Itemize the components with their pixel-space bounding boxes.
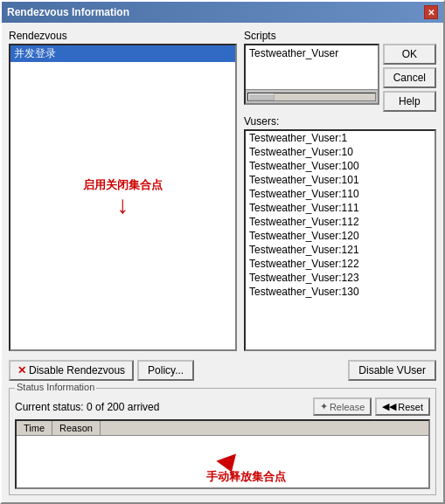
disable-rendezvous-label: Disable Rendezvous [29,364,125,376]
table-annotation: 手动释放集合点 [206,457,286,485]
rendezvous-item[interactable]: 并发登录 [10,45,235,62]
rendezvous-annotation-text: 启用关闭集合点 [83,177,163,193]
table-annotation-text: 手动释放集合点 [206,469,286,485]
list-item[interactable]: Testweather_Vuser:1 [246,131,435,145]
main-window: Rendezvous Information ✕ Rendezvous 并发登录… [0,0,445,504]
list-item[interactable]: Testweather_Vuser:112 [246,215,435,229]
col-reason: Reason [52,421,101,435]
list-item[interactable]: Testweather_Vuser:120 [246,229,435,243]
script-item[interactable]: Testweather_Vuser [249,47,374,59]
h-scroll-track[interactable] [247,93,376,101]
scripts-panel: Scripts Testweather_Vuser [244,30,436,112]
scripts-box: Testweather_Vuser [244,44,379,105]
table-header: Time Reason [17,421,428,436]
current-status-label: Current status: 0 of 200 arrived [15,401,159,413]
vusers-listbox[interactable]: Testweather_Vuser:1Testweather_Vuser:10T… [244,129,436,351]
col-time: Time [17,421,52,435]
status-actions: ✦ Release ◀◀ Reset [313,397,430,416]
scripts-label: Scripts [244,30,436,42]
rendezvous-panel: Rendezvous 并发登录 启用关闭集合点 ↓ [9,30,237,351]
bottom-buttons-row: ✕ Disable Rendezvous Policy... Disable V… [9,360,436,381]
policy-button[interactable]: Policy... [137,360,194,381]
vusers-label: Vusers: [244,115,436,128]
reset-button[interactable]: ◀◀ Reset [375,397,430,416]
release-button[interactable]: ✦ Release [313,397,372,416]
disable-rendezvous-button[interactable]: ✕ Disable Rendezvous [9,360,134,381]
list-item[interactable]: Testweather_Vuser:100 [246,159,435,173]
status-row: Current status: 0 of 200 arrived ✦ Relea… [15,397,430,416]
list-item[interactable]: Testweather_Vuser:130 [246,285,435,299]
cancel-button[interactable]: Cancel [383,67,436,88]
reset-icon: ◀◀ [382,401,396,412]
vusers-list[interactable]: Testweather_Vuser:1Testweather_Vuser:10T… [246,131,435,349]
scripts-scrollbar[interactable] [246,89,378,103]
action-buttons: OK Cancel Help [383,44,436,112]
down-arrow-icon: ↓ [117,193,129,217]
ok-button[interactable]: OK [383,44,436,65]
status-group-label: Status Information [15,382,96,392]
x-icon: ✕ [17,364,26,376]
status-table: Time Reason 手动释放集合点 [15,419,430,489]
list-item[interactable]: Testweather_Vuser:110 [246,187,435,201]
top-section: Rendezvous 并发登录 启用关闭集合点 ↓ Scripts [9,30,436,351]
release-icon: ✦ [320,401,328,412]
title-bar: Rendezvous Information ✕ [2,2,443,23]
status-group: Status Information Current status: 0 of … [9,388,436,495]
list-item[interactable]: Testweather_Vuser:121 [246,243,435,257]
rendezvous-annotation-container: 启用关闭集合点 ↓ [10,45,235,349]
main-content: Rendezvous 并发登录 启用关闭集合点 ↓ Scripts [2,23,443,502]
scripts-and-buttons: Testweather_Vuser OK Cancel Help [244,44,436,112]
window-title: Rendezvous Information [7,6,129,18]
annotation-arrow-icon [216,453,241,475]
right-section: Scripts Testweather_Vuser [244,30,436,351]
list-item[interactable]: Testweather_Vuser:101 [246,173,435,187]
rendezvous-listbox[interactable]: 并发登录 启用关闭集合点 ↓ [9,44,237,351]
h-scroll-thumb[interactable] [248,93,275,100]
list-item[interactable]: Testweather_Vuser:111 [246,201,435,215]
list-item[interactable]: Testweather_Vuser:123 [246,271,435,285]
help-button[interactable]: Help [383,91,436,112]
scripts-content: Testweather_Vuser [246,45,378,89]
disable-vuser-button[interactable]: Disable VUser [348,360,436,381]
list-item[interactable]: Testweather_Vuser:10 [246,145,435,159]
list-item[interactable]: Testweather_Vuser:122 [246,257,435,271]
close-button[interactable]: ✕ [424,5,438,19]
rendezvous-label: Rendezvous [9,30,237,42]
table-body: 手动释放集合点 [17,436,428,488]
vusers-panel: Vusers: Testweather_Vuser:1Testweather_V… [244,115,436,351]
